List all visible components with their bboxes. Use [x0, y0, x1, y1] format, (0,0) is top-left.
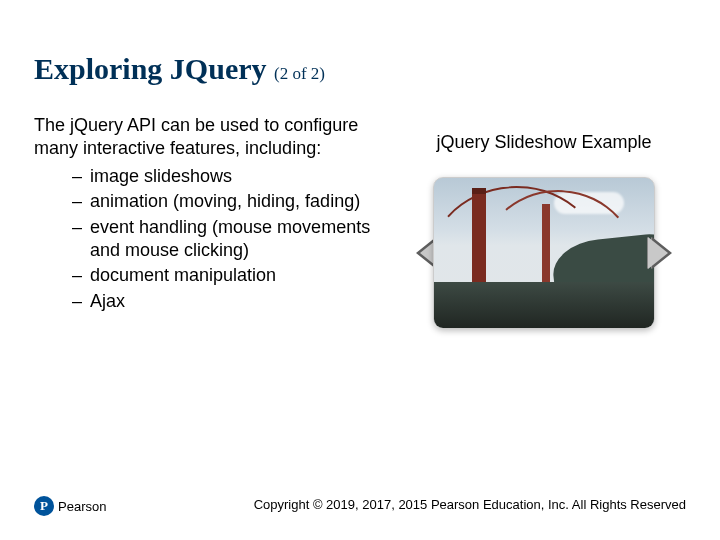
content-row: The jQuery API can be used to configure … [34, 114, 686, 329]
slide-title: Exploring JQuery (2 of 2) [34, 52, 686, 86]
right-column: jQuery Slideshow Example [402, 114, 686, 329]
slide-body: Exploring JQuery (2 of 2) The jQuery API… [0, 0, 720, 329]
publisher-name: Pearson [58, 499, 106, 514]
slideshow-image[interactable] [433, 177, 655, 329]
copyright-text: Copyright © 2019, 2017, 2015 Pearson Edu… [254, 497, 686, 512]
list-item: animation (moving, hiding, fading) [72, 190, 374, 213]
example-title: jQuery Slideshow Example [402, 132, 686, 153]
list-item: Ajax [72, 290, 374, 313]
bullet-list: image slideshows animation (moving, hidi… [34, 165, 374, 313]
logo-letter: P [40, 498, 48, 514]
left-column: The jQuery API can be used to configure … [34, 114, 374, 329]
logo-mark-icon: P [34, 496, 54, 516]
page-indicator: (2 of 2) [274, 64, 325, 83]
publisher-logo: P Pearson [34, 496, 106, 516]
list-item: event handling (mouse movements and mous… [72, 216, 374, 263]
slideshow-widget [424, 177, 664, 329]
title-text: Exploring JQuery [34, 52, 267, 85]
intro-text: The jQuery API can be used to configure … [34, 114, 374, 161]
list-item: image slideshows [72, 165, 374, 188]
foreground-shape [434, 282, 654, 328]
list-item: document manipulation [72, 264, 374, 287]
next-arrow-icon[interactable] [652, 237, 672, 269]
